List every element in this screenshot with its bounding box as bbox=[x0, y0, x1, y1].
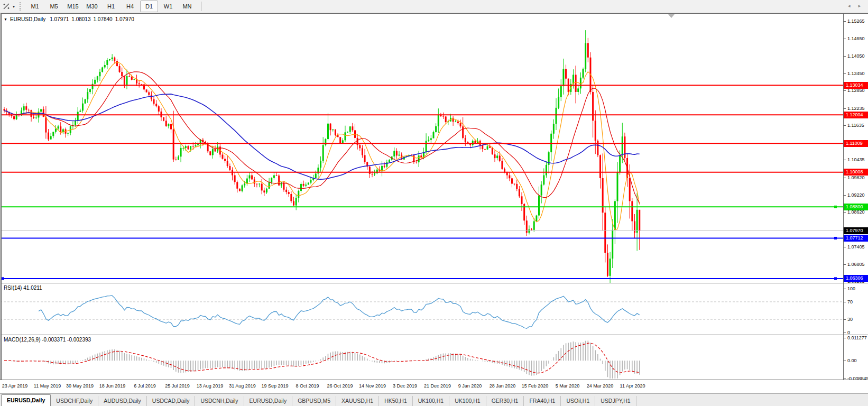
date-axis[interactable]: 23 Apr 201911 May 201930 May 201918 Jun … bbox=[0, 380, 868, 393]
axis-tick-mark bbox=[844, 108, 846, 109]
axis-tick-mark bbox=[844, 21, 846, 22]
date-axis-label: 24 Mar 2020 bbox=[587, 383, 614, 389]
price-tick-label: 1.14650 bbox=[847, 36, 865, 42]
chart-symbol-label: EURUSD,Daily bbox=[10, 16, 45, 22]
line-handle[interactable] bbox=[834, 237, 837, 239]
price-tick-label: 1.09220 bbox=[847, 192, 865, 198]
rsi-tick-label: 70 bbox=[847, 299, 853, 305]
chart-tab-eurusd-daily[interactable]: EURUSD,Daily bbox=[1, 394, 51, 406]
rsi-indicator-label: RSI(14) 41.0211 bbox=[4, 285, 42, 291]
price-chart-panel: 1.152651.146501.140501.134501.128501.122… bbox=[0, 13, 868, 283]
timeframe-button-d1[interactable]: D1 bbox=[140, 1, 158, 12]
axis-tick-mark bbox=[844, 361, 846, 361]
panel-splitter[interactable] bbox=[0, 379, 868, 381]
axis-tick-mark bbox=[844, 302, 846, 302]
price-level-label: 1.13034 bbox=[844, 82, 868, 89]
date-axis-label: 18 Jun 2019 bbox=[99, 383, 126, 389]
chart-tab-usdcnh-daily[interactable]: USDCNH,Daily bbox=[195, 396, 244, 406]
axis-tick-mark bbox=[844, 73, 846, 74]
chart-tab-fra40-h1[interactable]: FRA40,H1 bbox=[524, 396, 561, 406]
panel-splitter[interactable] bbox=[0, 334, 868, 336]
axis-tick-mark bbox=[844, 333, 846, 333]
date-axis-label: 26 Oct 2019 bbox=[327, 383, 353, 389]
date-axis-label: 21 Dec 2019 bbox=[424, 383, 451, 389]
date-axis-label: 3 Dec 2019 bbox=[393, 383, 417, 389]
price-tick-label: 1.09820 bbox=[847, 175, 865, 181]
chart-tab-usdchf-daily[interactable]: USDCHF,Daily bbox=[51, 396, 98, 406]
chart-tab-usoil-h1[interactable]: USOil,H1 bbox=[561, 396, 595, 406]
chart-tab-audusd-daily[interactable]: AUDUSD,Daily bbox=[98, 396, 147, 406]
date-axis-label: 30 May 2019 bbox=[66, 383, 94, 389]
toolbar-grip[interactable] bbox=[20, 2, 22, 11]
chart-tab-xauusd-h1[interactable]: XAUUSD,H1 bbox=[336, 396, 379, 406]
price-tick-label: 1.13450 bbox=[847, 71, 865, 77]
rsi-canvas[interactable] bbox=[0, 284, 843, 335]
price-axis[interactable]: 1.152651.146501.140501.134501.128501.122… bbox=[844, 14, 868, 283]
chart-left-frame bbox=[0, 13, 2, 380]
timeframe-toolbar: ▾ M1M5M15M30H1H4D1W1MN bbox=[0, 0, 868, 13]
date-axis-label: 5 Mar 2020 bbox=[556, 383, 580, 389]
timeframe-button-h4[interactable]: H4 bbox=[121, 1, 139, 12]
chart-title: ▼ EURUSD,Daily 1.07971 1.08013 1.07840 1… bbox=[4, 16, 134, 22]
chart-tab-usdjpy-h1[interactable]: USDJPY,H1 bbox=[595, 396, 636, 406]
price-level-label: 1.08800 bbox=[844, 204, 868, 210]
cursor-tool-button[interactable]: ▾ bbox=[2, 2, 15, 11]
line-handle[interactable] bbox=[834, 277, 837, 280]
chart-tab-ger30-h1[interactable]: GER30,H1 bbox=[486, 396, 524, 406]
price-tick-label: 1.11635 bbox=[847, 123, 864, 128]
macd-canvas[interactable] bbox=[0, 336, 843, 380]
axis-tick-mark bbox=[844, 264, 846, 265]
rsi-axis[interactable]: 10070300 bbox=[844, 283, 868, 335]
price-tick-label: 1.15265 bbox=[847, 19, 865, 24]
timeframe-button-m1[interactable]: M1 bbox=[26, 1, 44, 12]
timeframe-buttons: M1M5M15M30H1H4D1W1MN bbox=[25, 1, 197, 12]
ohlc-close: 1.07970 bbox=[115, 16, 134, 22]
chart-tab-uk100-h1[interactable]: UK100,H1 bbox=[413, 396, 449, 406]
chart-shift-marker-icon[interactable] bbox=[668, 14, 675, 18]
axis-tick-mark bbox=[844, 338, 846, 338]
line-handle[interactable] bbox=[834, 206, 837, 208]
triangle-down-icon[interactable]: ▼ bbox=[4, 17, 7, 21]
timeframe-button-h1[interactable]: H1 bbox=[102, 1, 120, 12]
date-axis-label: 9 Jan 2020 bbox=[458, 383, 482, 389]
macd-indicator-label: MACD(12,26,9) -0.003371 -0.002393 bbox=[4, 337, 91, 343]
macd-axis[interactable]: 0.0112770.00-0.008845 bbox=[844, 335, 868, 380]
panel-splitter[interactable] bbox=[0, 282, 868, 284]
chart-tab-usdcad-daily[interactable]: USDCAD,Daily bbox=[147, 396, 196, 406]
axis-tick-mark bbox=[844, 39, 846, 39]
chart-tab-uk100-h1[interactable]: UK100,H1 bbox=[449, 396, 486, 406]
chart-tab-hk50-h1[interactable]: HK50,H1 bbox=[379, 396, 413, 406]
axis-divider-line bbox=[843, 13, 844, 380]
line-handle[interactable] bbox=[2, 277, 4, 280]
date-axis-label: 8 Oct 2019 bbox=[296, 383, 319, 389]
date-axis-label: 23 Apr 2019 bbox=[2, 383, 28, 389]
chart-tab-gbpusd-m5[interactable]: GBPUSD,M5 bbox=[292, 396, 336, 406]
rsi-panel: 10070300 bbox=[0, 283, 868, 335]
date-axis-label: 6 Jul 2019 bbox=[134, 383, 156, 389]
price-tick-label: 1.10435 bbox=[847, 157, 865, 163]
axis-tick-mark bbox=[844, 160, 846, 160]
chart-tab-eurusd-daily[interactable]: EURUSD,Daily bbox=[244, 396, 293, 406]
price-level-label: 1.12004 bbox=[844, 112, 868, 118]
date-axis-label: 11 Apr 2020 bbox=[620, 383, 645, 389]
timeframe-button-w1[interactable]: W1 bbox=[159, 1, 177, 12]
price-tick-label: 1.12235 bbox=[847, 106, 865, 112]
timeframe-button-m15[interactable]: M15 bbox=[64, 1, 82, 12]
axis-tick-mark bbox=[844, 195, 846, 196]
timeframe-button-mn[interactable]: MN bbox=[178, 1, 196, 12]
chevron-left-icon[interactable]: ◄ bbox=[847, 4, 851, 8]
timeframe-button-m30[interactable]: M30 bbox=[83, 1, 101, 12]
chevron-right-icon[interactable]: ► bbox=[857, 4, 862, 8]
ohlc-high: 1.08013 bbox=[71, 16, 90, 22]
date-axis-label: 11 May 2019 bbox=[34, 383, 61, 389]
date-axis-label: 19 Sep 2019 bbox=[261, 383, 288, 389]
timeframe-button-m5[interactable]: M5 bbox=[45, 1, 63, 12]
price-level-label: 1.06306 bbox=[844, 275, 868, 282]
axis-tick-mark bbox=[844, 212, 846, 213]
axis-tick-mark bbox=[844, 289, 846, 289]
date-axis-label: 15 Feb 2020 bbox=[522, 383, 549, 389]
price-chart-canvas[interactable] bbox=[0, 14, 843, 283]
price-tick-label: 1.06805 bbox=[847, 262, 865, 267]
axis-tick-mark bbox=[844, 178, 846, 178]
chevron-down-icon[interactable]: ▾ bbox=[13, 4, 15, 9]
